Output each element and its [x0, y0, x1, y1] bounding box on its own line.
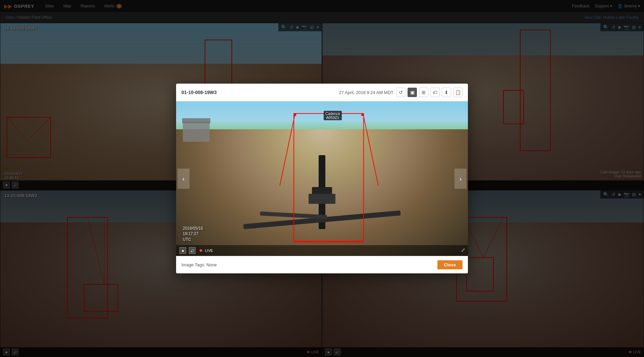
modal-location-btn[interactable]: ⬇: [442, 88, 451, 97]
modal-header: 01-10-008-19W3 27 April, 2018 9:24 AM MD…: [176, 84, 468, 101]
image-tags: Image Tags: None: [181, 262, 217, 267]
modal-site-id: 01-10-008-19W3: [181, 90, 217, 95]
modal-timestamp-section: 27 April, 2018 9:24 AM MDT ↺ ▣ ⊞ 🏷 ⬇ 📋: [339, 88, 463, 97]
modal-refresh-btn[interactable]: ↺: [396, 88, 406, 97]
modal-single-view-btn[interactable]: ▣: [408, 88, 417, 97]
modal-next-btn[interactable]: ›: [454, 169, 467, 189]
modal-live-dot: [200, 249, 202, 252]
modal-footer: Image Tags: None Close: [176, 256, 468, 273]
modal-grid-view-btn[interactable]: ⊞: [419, 88, 428, 97]
modal-timestamp-overlay: 2018/05/16 19:17:27 UTC: [183, 226, 203, 242]
image-modal: 01-10-008-19W3 27 April, 2018 9:24 AM MD…: [176, 84, 468, 273]
modal-video-controls: ■ 🔊 LIVE: [176, 245, 468, 256]
modal-live-indicator: LIVE: [200, 249, 213, 253]
modal-date: 27 April, 2018 9:24 AM MDT: [339, 90, 393, 95]
modal-tag-btn[interactable]: 🏷: [430, 88, 440, 97]
modal-volume-btn[interactable]: 🔊: [189, 247, 196, 254]
modal-close-btn[interactable]: Close: [437, 260, 463, 269]
modal-tools: ↺ ▣ ⊞ 🏷 ⬇ 📋: [396, 88, 463, 97]
modal-prev-btn[interactable]: ‹: [177, 169, 190, 189]
modal-fullscreen-btn[interactable]: ⤢: [461, 247, 465, 253]
modal-image-container: Cadence A053Z1 ‹ › 2018/05/16 19:17:27 U…: [176, 101, 468, 256]
image-tags-value: None: [206, 262, 217, 267]
image-tags-label: Image Tags:: [181, 262, 205, 267]
modal-report-btn[interactable]: 📋: [453, 88, 463, 97]
modal-stop-btn[interactable]: ■: [179, 247, 186, 254]
modal-live-text: LIVE: [205, 249, 213, 253]
modal-overlay: 01-10-008-19W3 27 April, 2018 9:24 AM MD…: [0, 0, 644, 357]
detection-label: Cadence A053Z1: [324, 111, 342, 120]
